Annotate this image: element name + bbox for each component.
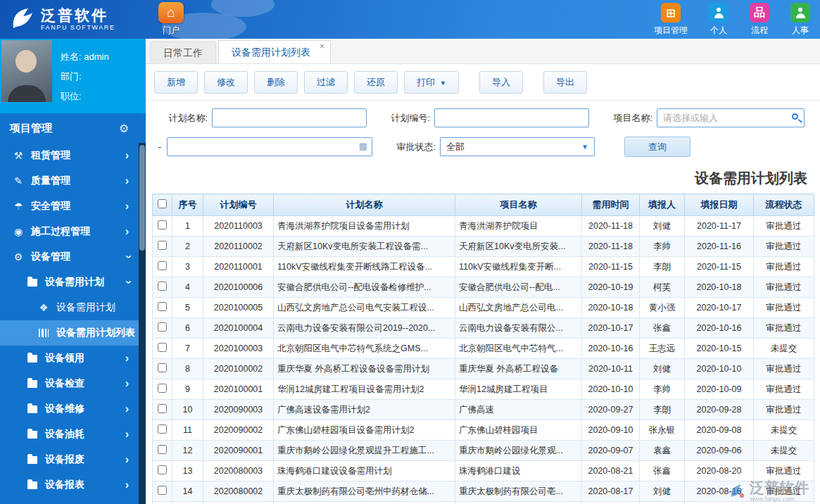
close-icon[interactable]: × (319, 42, 324, 51)
date-input[interactable] (167, 137, 372, 156)
table-row[interactable]: 82020100002重庆华夏 外高桥工程设备设备需用计划重庆华夏 外高桥工程设… (153, 359, 814, 379)
table-row[interactable]: 142020080002重庆太极制药有限公司亳州中药材仓储...重庆太极制药有限… (153, 481, 814, 502)
plan-code-link[interactable]: 2020090003 (203, 400, 274, 420)
table-row[interactable]: 62020100004云南电力设备安装有限公司2019--2020...云南电力… (153, 318, 814, 339)
plan-code-link[interactable]: 2020100002 (203, 359, 274, 379)
table-row[interactable]: 32020110001110kV安徽线程集变开断线路工程设备...110kV安徽… (153, 257, 814, 277)
sidebar-item[interactable]: 设备报表› (0, 472, 139, 498)
row-checkbox[interactable] (158, 302, 167, 311)
query-button[interactable]: 查询 (624, 137, 690, 157)
reporter-link[interactable]: 李帅 (640, 502, 685, 504)
row-checkbox[interactable] (158, 220, 167, 229)
plan-code-link[interactable]: 2020110003 (203, 216, 274, 237)
project-name-link[interactable]: 华润12城房建工程项目 (455, 379, 582, 400)
approval-status-select[interactable]: 全部 ▼ (440, 137, 595, 156)
table-row[interactable]: 42020100006安徽合肥供电公司--配电设备检修维护...安徽合肥供电公司… (153, 277, 814, 298)
plan-code-link[interactable]: 2020080001 (203, 502, 274, 504)
reporter-link[interactable]: 刘健 (640, 481, 685, 502)
project-name-link[interactable]: 云南电力设备安装有限公... (455, 318, 582, 339)
reporter-link[interactable]: 刘健 (640, 216, 685, 237)
row-checkbox[interactable] (158, 486, 167, 495)
plan-name-link[interactable]: 安徽合肥供电公司--配电设备检修维护... (274, 277, 455, 298)
reporter-link[interactable]: 李朗 (640, 257, 685, 277)
plan-name-link[interactable]: 广东佛山碧桂园项目设备需用计划2 (274, 420, 455, 441)
plan-name-link[interactable]: 重庆华夏 外高桥工程设备设备需用计划 (274, 359, 455, 379)
plan-name-link[interactable]: 珠海鹤港口建设设备需用计划 (274, 461, 455, 481)
import-button[interactable]: 导入 (479, 71, 523, 94)
row-checkbox[interactable] (158, 424, 167, 434)
plan-code-link[interactable]: 2020110002 (203, 237, 274, 257)
plan-code-link[interactable]: 2020100003 (203, 339, 274, 359)
sidebar-item[interactable]: 设备需用计划› (0, 270, 139, 295)
project-name-link[interactable]: 重庆太极制药有限公司亳... (455, 481, 582, 502)
delete-button[interactable]: 删除 (254, 71, 298, 94)
row-checkbox[interactable] (158, 445, 167, 454)
plan-code-link[interactable]: 2020100004 (203, 318, 274, 339)
project-name-link[interactable]: 重庆华夏 外高桥工程设备 (455, 359, 582, 379)
sidebar-item[interactable]: 设备需用计划列表 (0, 320, 139, 346)
add-button[interactable]: 新增 (154, 71, 198, 94)
header-nav-item[interactable]: 个人 (709, 3, 728, 37)
table-row[interactable]: 92020100001华润12城房建工程项目设备需用计划2华润12城房建工程项目… (153, 379, 814, 400)
row-checkbox[interactable] (158, 404, 167, 413)
plan-name-link[interactable]: 京港澳高速公路粤境韶关至广州互通路... (274, 502, 455, 504)
plan-name-link[interactable]: 天府新区10Kv变电所安装工程设备需... (274, 237, 455, 257)
reporter-link[interactable]: 张永银 (640, 420, 685, 441)
plan-name-link[interactable]: 青海洪湖养护院项目设备需用计划 (274, 216, 455, 237)
sidebar-item[interactable]: ✎质量管理› (0, 168, 139, 194)
reporter-link[interactable]: 李帅 (640, 237, 685, 257)
table-row[interactable]: 72020100003北京朝阳区电气中芯特气系统之GMS...北京朝阳区电气中芯… (153, 339, 814, 359)
reporter-link[interactable]: 柯芙 (640, 277, 685, 298)
portal-button[interactable]: ⌂ 门户 (153, 2, 189, 37)
tab-active[interactable]: 设备需用计划列表× (218, 40, 331, 63)
plan-code-link[interactable]: 2020090001 (203, 441, 274, 461)
plan-name-link[interactable]: 重庆市鹅岭公园绿化景观提升工程施工... (274, 441, 455, 461)
gear-icon[interactable]: ⚙ (119, 122, 129, 135)
sidebar-item[interactable]: 设备检查› (0, 371, 139, 396)
table-row[interactable]: 122020090001重庆市鹅岭公园绿化景观提升工程施工...重庆市鹅岭公园绿… (153, 441, 814, 461)
row-checkbox[interactable] (158, 343, 167, 352)
plan-name-link[interactable]: 山西弘文房地产总公司电气安装工程设... (274, 298, 455, 318)
sidebar-item[interactable]: 设备报废› (0, 447, 139, 472)
header-nav-item[interactable]: 人事 (790, 3, 810, 37)
row-checkbox[interactable] (158, 465, 167, 474)
print-button[interactable]: 打印▼ (404, 71, 459, 94)
plan-name-input[interactable] (212, 108, 367, 127)
plan-code-link[interactable]: 2020100006 (203, 277, 274, 298)
table-row[interactable]: 152020080001京港澳高速公路粤境韶关至广州互通路...京港澳高速公路粤… (153, 502, 814, 504)
plan-code-link[interactable]: 2020080002 (203, 481, 274, 502)
plan-code-link[interactable]: 2020100005 (203, 298, 274, 318)
table-row[interactable]: 52020100005山西弘文房地产总公司电气安装工程设...山西弘文房地产总公… (153, 298, 814, 318)
edit-button[interactable]: 修改 (204, 71, 248, 94)
reporter-link[interactable]: 刘健 (640, 359, 685, 379)
table-row[interactable]: 12020110003青海洪湖养护院项目设备需用计划青海洪湖养护院项目2020-… (153, 216, 814, 237)
reporter-link[interactable]: 李帅 (640, 379, 685, 400)
sidebar-item[interactable]: 设备油耗› (0, 422, 139, 447)
table-row[interactable]: 102020090003广佛高速设备需用计划2广佛高速2020-09-27李朗2… (153, 400, 814, 420)
project-name-link[interactable]: 珠海鹤港口建设 (455, 461, 582, 481)
plan-name-link[interactable]: 广佛高速设备需用计划2 (274, 400, 455, 420)
plan-code-link[interactable]: 2020100001 (203, 379, 274, 400)
project-name-link[interactable]: 广东佛山碧桂园项目 (455, 420, 582, 441)
plan-name-link[interactable]: 110kV安徽线程集变开断线路工程设备... (274, 257, 455, 277)
filter-button[interactable]: 过滤 (304, 71, 348, 94)
row-checkbox[interactable] (158, 241, 167, 250)
export-button[interactable]: 导出 (543, 71, 587, 94)
plan-name-link[interactable]: 北京朝阳区电气中芯特气系统之GMS... (274, 339, 455, 359)
row-checkbox[interactable] (158, 322, 167, 332)
reporter-link[interactable]: 张鑫 (640, 318, 685, 339)
project-name-input[interactable] (657, 108, 805, 127)
select-all-checkbox[interactable] (158, 199, 167, 208)
sidebar-item[interactable]: ☂安全管理› (0, 194, 139, 219)
table-row[interactable]: 132020080003珠海鹤港口建设设备需用计划珠海鹤港口建设2020-08-… (153, 461, 814, 481)
project-name-link[interactable]: 广佛高速 (455, 400, 582, 420)
reporter-link[interactable]: 黄小强 (640, 298, 685, 318)
plan-code-link[interactable]: 2020110001 (203, 257, 274, 277)
sidebar-section-header[interactable]: 项目管理 ⚙ (0, 113, 146, 143)
reporter-link[interactable]: 张鑫 (640, 461, 685, 481)
table-row[interactable]: 22020110002天府新区10Kv变电所安装工程设备需...天府新区10Kv… (153, 237, 814, 257)
plan-code-link[interactable]: 2020090002 (203, 420, 274, 441)
sidebar-item[interactable]: ⚙设备管理› (0, 244, 139, 270)
plan-name-link[interactable]: 云南电力设备安装有限公司2019--2020... (274, 318, 455, 339)
sidebar-item[interactable]: ◉施工过程管理› (0, 219, 139, 244)
